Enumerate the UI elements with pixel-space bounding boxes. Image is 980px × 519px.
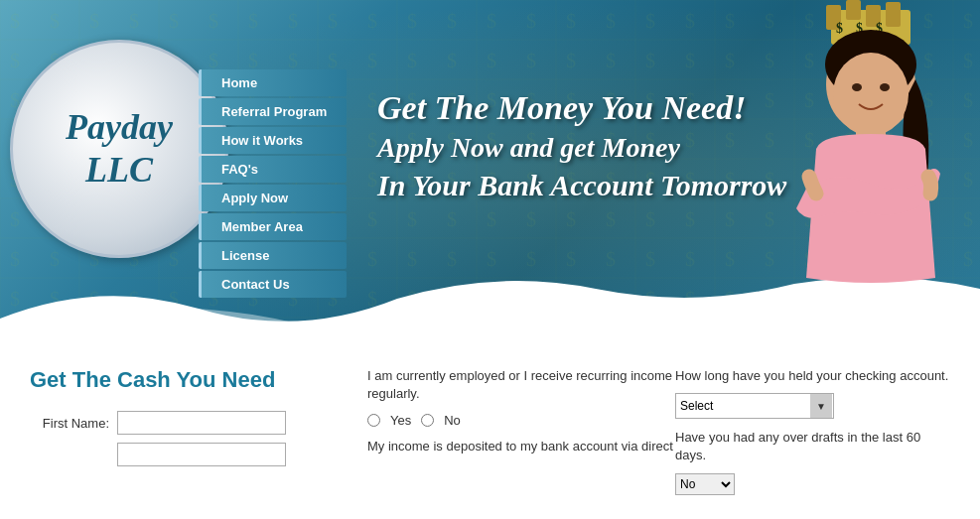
- svg-text:$: $: [836, 21, 843, 36]
- logo-line1: Payday: [66, 106, 173, 149]
- logo-circle: Payday LLC: [10, 40, 228, 258]
- section-title: Get The Cash You Need: [30, 367, 367, 393]
- logo-text: Payday LLC: [66, 106, 173, 192]
- nav-apply[interactable]: Apply Now: [199, 185, 347, 211]
- nav-contact[interactable]: Contact Us: [199, 271, 347, 298]
- income-question: I am currently employed or I receive rec…: [367, 367, 675, 403]
- nav-how-it-works[interactable]: How it Works: [199, 127, 347, 154]
- no-label: No: [444, 413, 461, 428]
- form-middle-panel: I am currently employed or I receive rec…: [367, 367, 675, 495]
- form-right-panel: How long have you held your checking acc…: [675, 367, 950, 495]
- first-name-label: First Name:: [30, 416, 109, 431]
- overdraft-question: Have you had any over drafts in the last…: [675, 429, 950, 464]
- first-name-row: First Name:: [30, 411, 367, 435]
- last-name-row: [30, 443, 367, 466]
- svg-point-15: [852, 83, 862, 91]
- header: $ $ Payday LLC Home Referral Program How…: [0, 0, 980, 347]
- hero-line2: Apply Now and get Money: [377, 132, 786, 164]
- svg-rect-8: [886, 2, 901, 27]
- nav-home[interactable]: Home: [199, 69, 347, 96]
- checking-select-wrapper: Select ▼: [675, 393, 834, 419]
- nav-faqs[interactable]: FAQ's: [199, 156, 347, 183]
- checking-question: How long have you held your checking acc…: [675, 367, 950, 385]
- page-wrapper: $ $ Payday LLC Home Referral Program How…: [0, 0, 980, 519]
- form-left-panel: Get The Cash You Need First Name:: [30, 367, 367, 495]
- first-name-input[interactable]: [117, 411, 286, 435]
- nav-menu: Home Referral Program How it Works FAQ's…: [199, 69, 347, 298]
- overdraft-select[interactable]: No: [675, 473, 735, 495]
- deposit-text: My income is deposited to my bank accoun…: [367, 438, 675, 455]
- logo-line2: LLC: [66, 149, 173, 192]
- svg-point-14: [833, 53, 909, 136]
- income-yes-radio[interactable]: [367, 414, 380, 427]
- hero-section: Get The Money You Need! Apply Now and ge…: [377, 89, 786, 202]
- overdraft-select-wrapper: No: [675, 473, 950, 495]
- svg-point-16: [880, 83, 890, 91]
- nav-member[interactable]: Member Area: [199, 213, 347, 240]
- yes-label: Yes: [390, 413, 411, 428]
- checking-select[interactable]: Select: [675, 393, 834, 419]
- woman-svg: $ $ $: [762, 0, 980, 347]
- income-no-radio[interactable]: [421, 414, 434, 427]
- hero-line3: In Your Bank Account Tomorrow: [377, 169, 786, 202]
- woman-figure: $ $ $: [762, 0, 980, 347]
- nav-license[interactable]: License: [199, 242, 347, 269]
- nav-referral[interactable]: Referral Program: [199, 98, 347, 125]
- svg-rect-6: [846, 0, 861, 20]
- hero-line1: Get The Money You Need!: [377, 89, 786, 127]
- bottom-section: Get The Cash You Need First Name: I am c…: [0, 347, 980, 519]
- last-name-input[interactable]: [117, 443, 286, 466]
- yes-no-radio-group: Yes No: [367, 413, 675, 428]
